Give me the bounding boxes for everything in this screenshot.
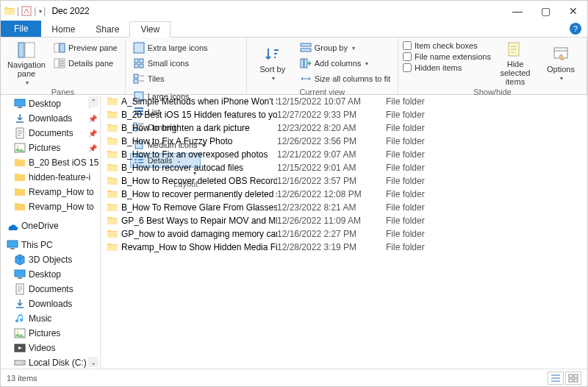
help-icon[interactable]: ? bbox=[570, 23, 581, 35]
svg-rect-24 bbox=[15, 99, 25, 106]
extra-large-icons-button[interactable]: Extra large icons bbox=[130, 40, 211, 55]
documents-icon bbox=[14, 283, 26, 295]
folder-icon bbox=[107, 162, 118, 174]
tiles-button[interactable]: Tiles bbox=[130, 71, 211, 86]
sidebar-item-folder[interactable]: B_20 Best iOS 15 bbox=[1, 155, 100, 170]
details-view-toggle[interactable] bbox=[548, 372, 564, 385]
scroll-down-button[interactable]: ⌄ bbox=[88, 357, 98, 367]
sidebar-item-local-disk-c[interactable]: Local Disk (C:) bbox=[1, 355, 100, 369]
folder-icon bbox=[107, 109, 118, 121]
hidden-items-checkbox[interactable]: Hidden items bbox=[403, 63, 491, 73]
svg-rect-44 bbox=[574, 379, 578, 382]
qat-dropdown-icon[interactable]: ▾ bbox=[39, 8, 42, 15]
file-date: 12/16/2022 3:57 PM bbox=[277, 176, 386, 186]
sidebar-item-desktop2[interactable]: Desktop bbox=[1, 267, 100, 282]
folder-icon bbox=[107, 135, 118, 147]
file-row[interactable]: B_How to recover autocad files12/15/2022… bbox=[101, 161, 587, 174]
file-date: 12/15/2022 9:01 AM bbox=[277, 163, 386, 173]
file-type: File folder bbox=[386, 96, 459, 107]
tab-file[interactable]: File bbox=[1, 21, 41, 37]
sidebar-item-this-pc[interactable]: This PC bbox=[1, 238, 100, 252]
folder-icon bbox=[107, 175, 118, 187]
chevron-down-icon: ▾ bbox=[26, 79, 29, 86]
folder-icon bbox=[107, 228, 118, 240]
thumbnails-view-toggle[interactable] bbox=[565, 372, 581, 385]
preview-pane-icon bbox=[54, 42, 65, 54]
file-type: File folder bbox=[386, 202, 459, 213]
navigation-pane-button[interactable]: Navigation pane ▾ bbox=[5, 40, 48, 86]
ribbon-group-show-hide: Item check boxes File name extensions Hi… bbox=[398, 38, 587, 94]
music-icon bbox=[14, 313, 26, 324]
onedrive-icon bbox=[7, 220, 18, 232]
file-row[interactable]: A_Simple Methods when iPhone Won't Sync1… bbox=[101, 95, 587, 108]
folder-icon bbox=[14, 171, 26, 183]
file-name: B_How to Recover deleted OBS Recording bbox=[121, 176, 277, 186]
size-columns-button[interactable]: Size all columns to fit bbox=[297, 71, 393, 86]
file-row[interactable]: B_20 Best iOS 15 Hidden features to you … bbox=[101, 108, 587, 121]
svg-point-35 bbox=[17, 331, 19, 333]
file-row[interactable]: GP_how to avoid damaging memory cards12/… bbox=[101, 227, 587, 241]
sidebar-item-folder[interactable]: hidden-feature-i bbox=[1, 170, 100, 185]
file-row[interactable]: B_How To Remove Glare From Glasses12/23/… bbox=[101, 201, 587, 214]
documents-icon bbox=[14, 127, 26, 139]
file-row[interactable]: Revamp_How to Show Hidden Media Files in… bbox=[101, 241, 587, 254]
sidebar-item-folder[interactable]: Revamp_How to bbox=[1, 185, 100, 199]
file-row[interactable]: B_How to brighten a dark picture12/23/20… bbox=[101, 121, 587, 135]
file-row[interactable]: B_How to recover permanently deleted scr… bbox=[101, 188, 587, 201]
file-row[interactable]: B_How to Recover deleted OBS Recording12… bbox=[101, 174, 587, 188]
svg-rect-30 bbox=[10, 248, 15, 249]
group-icon bbox=[300, 42, 312, 54]
pictures-icon bbox=[14, 142, 26, 154]
sidebar-item-documents[interactable]: Documents📌 bbox=[1, 126, 100, 141]
svg-rect-9 bbox=[140, 59, 143, 63]
file-name-extensions-checkbox[interactable]: File name extensions bbox=[403, 52, 491, 62]
desktop-icon bbox=[14, 269, 26, 280]
hide-selected-items-button[interactable]: Hide selected items bbox=[494, 40, 537, 86]
sidebar-item-pictures[interactable]: Pictures📌 bbox=[1, 141, 100, 155]
file-name: A_Simple Methods when iPhone Won't Sync bbox=[121, 96, 277, 107]
navigation-pane-icon bbox=[18, 41, 35, 59]
sort-by-button[interactable]: Sort by▾ bbox=[251, 40, 294, 86]
options-button[interactable]: Options▾ bbox=[539, 40, 582, 86]
details-pane-button[interactable]: Details pane bbox=[51, 56, 121, 71]
minimize-button[interactable]: — bbox=[503, 1, 531, 21]
close-button[interactable]: ✕ bbox=[559, 1, 587, 21]
sidebar-item-documents2[interactable]: Documents bbox=[1, 282, 100, 297]
svg-rect-25 bbox=[18, 107, 22, 108]
add-columns-button[interactable]: Add columns▾ bbox=[297, 56, 393, 71]
maximize-button[interactable]: ▢ bbox=[531, 1, 559, 21]
file-name: B_How to Fix A Fuzzy Photo bbox=[121, 136, 232, 146]
scroll-up-button[interactable]: ⌃ bbox=[88, 96, 98, 107]
file-date: 12/26/2022 12:08 PM bbox=[277, 189, 386, 199]
file-name: B_How to recover autocad files bbox=[121, 163, 243, 173]
file-type: File folder bbox=[386, 149, 459, 160]
file-row[interactable]: GP_6 Best Ways to Repair MOV and MKV Fil… bbox=[101, 214, 587, 227]
sidebar-item-downloads[interactable]: Downloads📌 bbox=[1, 111, 100, 126]
tab-home[interactable]: Home bbox=[41, 22, 85, 37]
sidebar-item-pictures2[interactable]: Pictures bbox=[1, 326, 100, 341]
sidebar-item-folder[interactable]: Revamp_How to bbox=[1, 199, 100, 214]
quick-access-toolbar: | | ▾ | bbox=[4, 5, 46, 17]
svg-rect-4 bbox=[60, 43, 65, 52]
item-check-boxes-checkbox[interactable]: Item check boxes bbox=[403, 40, 491, 51]
navigation-sidebar[interactable]: ⌃ Desktop📌 Downloads📌 Documents📌 Picture… bbox=[1, 95, 101, 369]
small-icons-button[interactable]: Small icons bbox=[130, 56, 211, 71]
sidebar-item-desktop[interactable]: Desktop📌 bbox=[1, 96, 100, 111]
file-row[interactable]: B_How to Fix an overexposed photos12/21/… bbox=[101, 148, 587, 161]
sidebar-item-videos[interactable]: Videos bbox=[1, 341, 100, 355]
folder-icon bbox=[107, 202, 118, 213]
sidebar-item-music[interactable]: Music bbox=[1, 311, 100, 326]
file-name: B_How to recover permanently deleted scr… bbox=[121, 189, 277, 199]
tab-share[interactable]: Share bbox=[85, 22, 129, 37]
sidebar-item-3d-objects[interactable]: 3D Objects bbox=[1, 252, 100, 267]
preview-pane-button[interactable]: Preview pane bbox=[51, 40, 121, 55]
tab-view[interactable]: View bbox=[129, 21, 171, 38]
group-by-button[interactable]: Group by▾ bbox=[297, 40, 393, 55]
sidebar-item-onedrive[interactable]: OneDrive bbox=[1, 219, 100, 233]
file-list[interactable]: A_Simple Methods when iPhone Won't Sync1… bbox=[101, 95, 587, 369]
properties-icon[interactable] bbox=[21, 5, 32, 17]
folder-icon bbox=[14, 186, 26, 198]
svg-rect-11 bbox=[140, 64, 143, 68]
file-row[interactable]: B_How to Fix A Fuzzy Photo12/26/2022 3:5… bbox=[101, 135, 587, 148]
sidebar-item-downloads2[interactable]: Downloads bbox=[1, 297, 100, 311]
